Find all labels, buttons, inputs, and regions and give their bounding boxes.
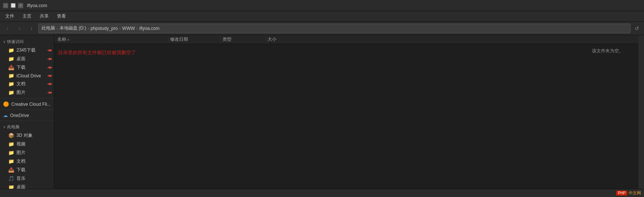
quick-access-arrow: ∨ xyxy=(3,40,6,44)
col-header-type[interactable]: 类型 xyxy=(221,36,266,43)
sidebar-item-2345-label: 2345下载 xyxy=(16,47,36,53)
sidebar-item-images[interactable]: 📁 图片 xyxy=(0,148,54,157)
menu-home[interactable]: 主页 xyxy=(19,12,35,20)
sidebar: ∨ 快速访问 📁 2345下载 📌 📁 桌面 📌 📥 下载 📌 📁 iCloud… xyxy=(0,35,54,197)
file-content: 目录里的所有文件都已经被我删空了 该文件夹为空。 xyxy=(54,44,638,197)
sidebar-item-documents-label: 文档 xyxy=(16,158,25,164)
sidebar-item-pictures-label: 图片 xyxy=(16,89,25,96)
refresh-icon xyxy=(635,25,639,31)
crumb-arrow-3: › xyxy=(119,26,121,31)
content-area: 名称 ∧ 修改日期 类型 大小 目录里的所有文件都已经被我删空了 该文件夹为空。 xyxy=(54,35,638,197)
sidebar-item-dl-label: 下载 xyxy=(16,167,25,173)
sidebar-item-pictures[interactable]: 📁 图片 📌 xyxy=(0,88,54,97)
folder-icon-docs: 📁 xyxy=(8,81,14,87)
status-right: PHP 中文网 xyxy=(616,190,641,196)
col-header-date[interactable]: 修改日期 xyxy=(168,36,221,43)
folder-icon-video: 📁 xyxy=(8,141,14,147)
sidebar-item-video[interactable]: 📁 视频 xyxy=(0,140,54,148)
sidebar-item-music-label: 音乐 xyxy=(16,175,25,182)
sort-arrow: ∧ xyxy=(67,38,70,41)
sidebar-this-pc-header[interactable]: ∨ 此电脑 xyxy=(0,123,54,131)
sidebar-item-video-label: 视频 xyxy=(16,141,25,147)
sidebar-item-onedrive[interactable]: ☁ OneDrive xyxy=(0,111,54,119)
empty-message: 目录里的所有文件都已经被我删空了 xyxy=(58,49,635,56)
pin-icon-downloads: 📌 xyxy=(47,65,52,70)
sidebar-item-downloads[interactable]: 📥 下载 📌 xyxy=(0,63,54,72)
sidebar-item-creative-cloud[interactable]: 🟠 Creative Cloud Fil... xyxy=(0,100,54,108)
address-bar[interactable]: 此电脑 › 本地磁盘 (D:) › phpstudy_pro › WWW › i… xyxy=(38,24,631,33)
crumb-this-pc: 此电脑 xyxy=(42,25,55,31)
folder-icon-documents: 📁 xyxy=(8,158,14,164)
quick-access-label: 快速访问 xyxy=(7,39,24,44)
sidebar-item-desktop-label: 桌面 xyxy=(16,56,25,62)
folder-icon-desktop: 📁 xyxy=(8,56,14,62)
folder-icon-dl: 📥 xyxy=(8,167,14,173)
back-button[interactable] xyxy=(2,24,13,33)
forward-button[interactable] xyxy=(14,24,25,33)
col-header-size[interactable]: 大小 xyxy=(266,36,303,43)
back-icon xyxy=(6,24,9,32)
toolbar: 此电脑 › 本地磁盘 (D:) › phpstudy_pro › WWW › i… xyxy=(0,22,644,35)
sidebar-item-2345[interactable]: 📁 2345下载 📌 xyxy=(0,46,54,55)
this-pc-label: 此电脑 xyxy=(7,124,19,130)
main-layout: ∨ 快速访问 📁 2345下载 📌 📁 桌面 📌 📥 下载 📌 📁 iCloud… xyxy=(0,35,644,197)
sidebar-item-icloud[interactable]: 📁 iCloud Drive 📌 xyxy=(0,72,54,80)
crumb-arrow-4: › xyxy=(136,26,138,31)
crumb-drive: 本地磁盘 (D:) xyxy=(60,25,86,31)
sidebar-item-dl[interactable]: 📥 下载 xyxy=(0,166,54,174)
creative-cloud-label: Creative Cloud Fil... xyxy=(11,102,51,107)
refresh-button[interactable] xyxy=(632,24,642,33)
title-bar: □ ⬜ ≡ iflyoa.com xyxy=(0,0,644,11)
sidebar-item-downloads-label: 下载 xyxy=(16,64,25,71)
empty-folder-msg: 该文件夹为空。 xyxy=(592,48,623,54)
sidebar-item-3d[interactable]: 📦 3D 对象 xyxy=(0,131,54,140)
crumb-arrow-2: › xyxy=(88,26,89,31)
sidebar-item-images-label: 图片 xyxy=(16,150,25,156)
col-header-name[interactable]: 名称 ∧ xyxy=(56,36,168,43)
folder-icon-2345: 📁 xyxy=(8,47,14,53)
window-icon-1: □ xyxy=(3,3,8,8)
sidebar-item-desktop[interactable]: 📁 桌面 📌 xyxy=(0,55,54,63)
crumb-iflyoa: iflyoa.com xyxy=(139,26,160,31)
title-bar-icons: □ ⬜ ≡ xyxy=(3,3,23,8)
sidebar-item-documents[interactable]: 📁 文档 xyxy=(0,157,54,166)
sidebar-item-docs[interactable]: 📁 文档 📌 xyxy=(0,80,54,88)
chinese-label: 中文网 xyxy=(629,190,641,196)
folder-icon-images: 📁 xyxy=(8,150,14,156)
sidebar-divider-3 xyxy=(0,121,54,121)
crumb-phpstudy: phpstudy_pro xyxy=(91,26,118,31)
pin-icon-icloud: 📌 xyxy=(47,73,52,79)
crumb-www: WWW xyxy=(122,26,135,31)
window-title: iflyoa.com xyxy=(27,3,47,8)
onedrive-icon: ☁ xyxy=(3,113,8,118)
menu-view[interactable]: 查看 xyxy=(53,12,70,20)
folder-icon-music: 🎵 xyxy=(8,176,14,181)
up-icon xyxy=(30,25,33,31)
folder-icon-downloads: 📥 xyxy=(8,65,14,70)
folder-icon-pictures: 📁 xyxy=(8,90,14,95)
onedrive-label: OneDrive xyxy=(10,113,29,118)
scrollbar[interactable] xyxy=(638,35,644,197)
sidebar-quick-access-header[interactable]: ∨ 快速访问 xyxy=(0,37,54,46)
pin-icon-desktop: 📌 xyxy=(47,56,52,62)
menu-bar: 文件 主页 共享 查看 xyxy=(0,11,644,22)
forward-icon xyxy=(18,24,21,32)
menu-share[interactable]: 共享 xyxy=(36,12,52,20)
pin-icon-pictures: 📌 xyxy=(47,90,52,95)
folder-icon-icloud: 📁 xyxy=(8,73,14,79)
menu-file[interactable]: 文件 xyxy=(1,12,18,20)
sidebar-item-docs-label: 文档 xyxy=(16,81,25,87)
up-button[interactable] xyxy=(26,24,37,33)
window-icon-3: ≡ xyxy=(18,3,23,8)
column-headers: 名称 ∧ 修改日期 类型 大小 xyxy=(54,35,638,44)
this-pc-arrow: ∨ xyxy=(3,125,6,129)
php-badge: PHP xyxy=(616,191,627,196)
crumb-arrow-1: › xyxy=(57,26,58,31)
sidebar-item-icloud-label: iCloud Drive xyxy=(16,73,41,79)
window-icon-2: ⬜ xyxy=(10,3,16,8)
pin-icon-2345: 📌 xyxy=(47,47,52,53)
sidebar-item-music[interactable]: 🎵 音乐 xyxy=(0,174,54,183)
folder-icon-3d: 📦 xyxy=(8,133,14,138)
sidebar-divider-2 xyxy=(0,110,54,110)
creative-cloud-icon: 🟠 xyxy=(3,101,9,107)
